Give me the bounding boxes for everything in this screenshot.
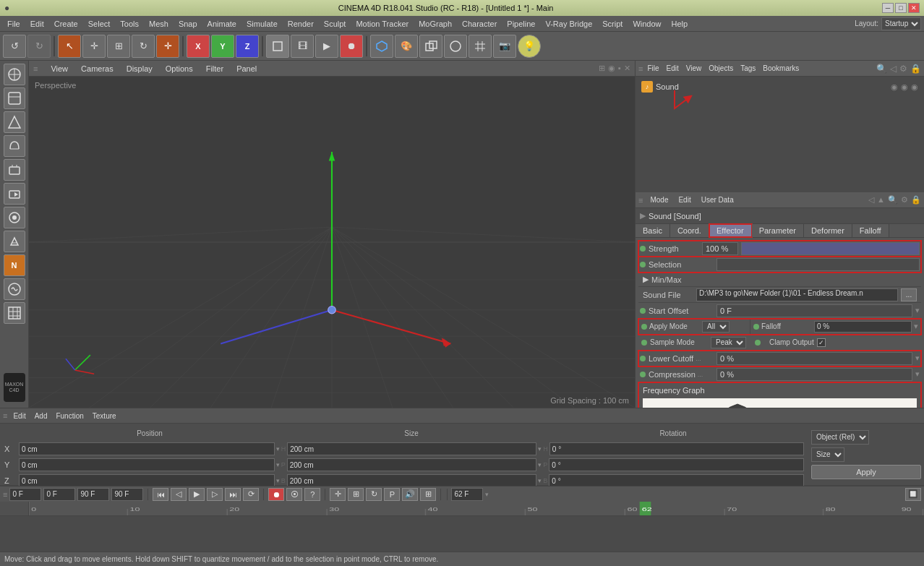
vp-icon-3[interactable]: ▪ <box>618 64 621 73</box>
attr-icon5[interactable]: 🔒 <box>911 195 921 205</box>
size-type-select[interactable]: Size <box>811 447 844 462</box>
tl-help-btn[interactable]: ? <box>304 488 320 501</box>
vp-icon-2[interactable]: ◉ <box>608 64 615 73</box>
left-btn-5[interactable] <box>4 159 25 181</box>
tl-next-frame-btn[interactable]: ▷ <box>207 488 223 501</box>
x-axis-button[interactable]: X <box>187 35 210 58</box>
attr-userdata-btn[interactable]: User Data <box>698 195 737 205</box>
tab-falloff[interactable]: Falloff <box>852 224 889 237</box>
y-axis-button[interactable]: Y <box>211 35 234 58</box>
menu-animate[interactable]: Animate <box>203 18 241 30</box>
tl-prev-frame-btn[interactable]: ◁ <box>171 488 187 501</box>
tl-play-btn[interactable]: ▶ <box>189 488 205 501</box>
tl-options-btn[interactable]: ⊞ <box>420 488 436 501</box>
paint-button[interactable]: 🎨 <box>395 35 418 58</box>
vp-menu-handle[interactable]: ≡ <box>33 64 38 73</box>
obj-hdr-view[interactable]: View <box>683 64 705 73</box>
tl-snap-btn[interactable]: 🔲 <box>905 488 921 501</box>
tl-transform-btn[interactable]: ✛ <box>330 488 346 501</box>
menu-sculpt[interactable]: Sculpt <box>320 18 351 30</box>
left-btn-9[interactable]: N <box>4 254 25 276</box>
sphere-button[interactable] <box>444 35 467 58</box>
attr-icon1[interactable]: ◁ <box>868 195 874 205</box>
tab-basic[interactable]: Basic <box>636 224 670 237</box>
lower-cutoff-input[interactable] <box>716 352 912 365</box>
object-mode-button[interactable] <box>266 35 289 58</box>
timeline-end-frame2[interactable] <box>77 488 109 501</box>
play-button[interactable]: ▶ <box>315 35 338 58</box>
apply-mode-select[interactable]: All <box>702 321 730 333</box>
light-button[interactable]: 💡 <box>518 35 541 58</box>
tl-to-end-btn[interactable]: ⏭ <box>225 488 241 501</box>
menu-render[interactable]: Render <box>283 18 318 30</box>
menu-mograph[interactable]: MoGraph <box>414 18 456 30</box>
tl-pos-btn[interactable]: P <box>384 488 400 501</box>
timeline-current-frame[interactable] <box>451 488 483 501</box>
render-dot[interactable]: ◉ <box>901 82 908 92</box>
left-btn-2[interactable] <box>4 87 25 109</box>
viewport[interactable]: Perspective Grid Spacing : 100 cm <box>29 77 635 408</box>
menu-help[interactable]: Help <box>667 18 693 30</box>
left-btn-11[interactable] <box>4 302 25 324</box>
vp-menu-cameras[interactable]: Cameras <box>78 64 116 74</box>
timeline-start-frame[interactable] <box>9 488 41 501</box>
vp-icon-1[interactable]: ⊞ <box>599 64 605 73</box>
transform-handle[interactable]: ≡ <box>3 411 7 420</box>
obj-hdr-edit[interactable]: Edit <box>664 64 682 73</box>
vp-icon-close[interactable]: ✕ <box>624 64 630 73</box>
falloff-arrow[interactable]: ▾ <box>914 322 918 331</box>
transform-button[interactable]: ✛ <box>156 35 179 58</box>
vp-menu-display[interactable]: Display <box>124 64 155 74</box>
size-x-arrow[interactable]: ▾ <box>538 445 542 453</box>
vp-menu-options[interactable]: Options <box>163 64 196 74</box>
menu-vray[interactable]: V-Ray Bridge <box>541 18 596 30</box>
menu-edit[interactable]: Edit <box>26 18 48 30</box>
tl-handle[interactable]: ≡ <box>3 490 7 499</box>
z-axis-button[interactable]: Z <box>236 35 259 58</box>
close-button[interactable]: ✕ <box>908 3 920 13</box>
move-tool-button[interactable]: ✛ <box>82 35 106 58</box>
timeline-end-frame1[interactable] <box>43 488 75 501</box>
menu-motion-tracker[interactable]: Motion Tracker <box>351 18 413 30</box>
vp-menu-panel[interactable]: Panel <box>234 64 260 74</box>
left-btn-10[interactable] <box>4 278 25 300</box>
transform-add-btn[interactable]: Add <box>32 411 51 421</box>
vp-menu-view[interactable]: View <box>48 64 71 74</box>
cube-button[interactable] <box>419 35 442 58</box>
obj-hdr-icon2[interactable]: ◁ <box>890 64 897 74</box>
tl-scale-btn[interactable]: ⊞ <box>348 488 364 501</box>
size-y-input[interactable] <box>287 458 537 471</box>
select-tool-button[interactable]: ↖ <box>58 35 81 58</box>
tl-rotate-btn[interactable]: ↻ <box>366 488 382 501</box>
redo-button[interactable]: ↻ <box>27 35 51 58</box>
attr-mode-btn[interactable]: Mode <box>647 195 671 205</box>
perspective-btn[interactable] <box>370 35 393 58</box>
left-btn-1[interactable] <box>4 64 25 85</box>
pos-z-arrow[interactable]: ▾ <box>276 477 280 484</box>
lower-cutoff-arrow[interactable]: ▾ <box>915 353 920 363</box>
transform-edit-btn[interactable]: Edit <box>10 411 28 421</box>
scale-tool-button[interactable]: ⊞ <box>107 35 130 58</box>
menu-file[interactable]: File <box>3 18 25 30</box>
minimize-button[interactable]: ─ <box>882 3 894 13</box>
compression-arrow[interactable]: ▾ <box>915 369 920 379</box>
menu-snap[interactable]: Snap <box>174 18 202 30</box>
menu-window[interactable]: Window <box>628 18 665 30</box>
clamp-output-checkbox[interactable]: ✓ <box>817 338 826 347</box>
grid-button[interactable] <box>469 35 492 58</box>
attr-icon3[interactable]: 🔍 <box>888 195 898 205</box>
tl-audio-btn[interactable]: 🔊 <box>402 488 418 501</box>
menu-tools[interactable]: Tools <box>116 18 143 30</box>
apply-button[interactable]: Apply <box>811 465 921 479</box>
compression-input[interactable] <box>716 368 912 381</box>
edit-dot[interactable]: ◉ <box>911 82 918 92</box>
obj-hdr-handle[interactable]: ≡ <box>638 64 643 73</box>
film-mode-button[interactable]: 🎞 <box>291 35 314 58</box>
strength-input[interactable] <box>702 242 738 255</box>
attr-icon4[interactable]: ⚙ <box>901 195 908 205</box>
tl-frame-arrow[interactable]: ▾ <box>485 491 489 498</box>
sample-mode-select[interactable]: Peak <box>711 337 746 348</box>
attr-icon2[interactable]: ▲ <box>877 195 885 205</box>
menu-script[interactable]: Script <box>598 18 627 30</box>
attr-handle[interactable]: ≡ <box>638 196 643 205</box>
